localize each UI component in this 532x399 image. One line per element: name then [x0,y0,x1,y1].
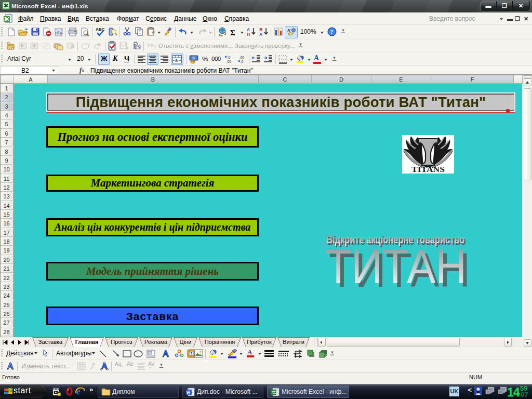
svg-text:,00: ,00 [240,56,244,59]
svg-text:,00: ,00 [227,60,231,63]
svg-text:,0: ,0 [241,60,244,63]
svg-text:?: ? [330,29,334,35]
svg-text:Я: Я [247,32,250,36]
svg-text:a: a [175,58,178,63]
svg-text:A: A [287,28,290,33]
svg-text:ТИТАН: ТИТАН [325,240,467,291]
svg-text:,0: ,0 [228,56,231,59]
svg-text:TITANS: TITANS [411,165,445,174]
svg-text:А: А [259,32,262,36]
